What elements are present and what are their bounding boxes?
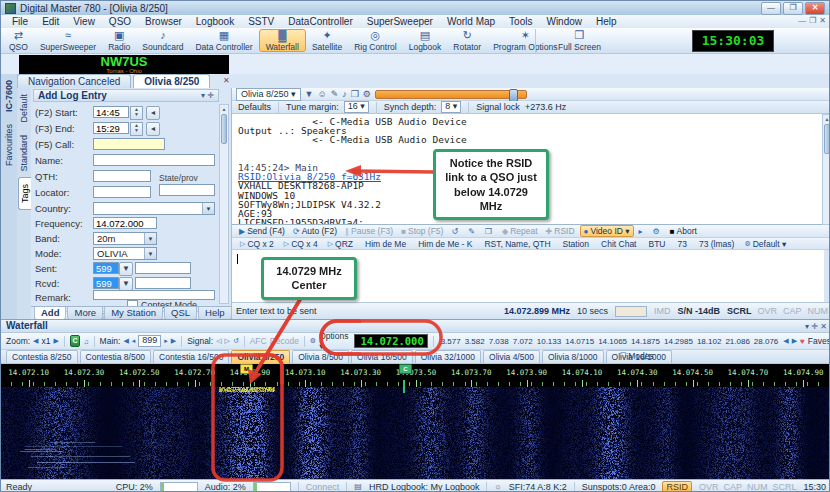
menu-item[interactable]: SSTV <box>241 16 281 27</box>
tx-toolbar-button[interactable]: ■ Abort <box>667 226 700 236</box>
mode-tab[interactable]: Olivia 8/1000 <box>542 350 604 363</box>
document-tab[interactable]: Olivia 8/250 <box>133 74 210 88</box>
pin-icon[interactable]: ▾ ✛ <box>201 90 214 102</box>
mode-tab[interactable]: Contestia 8/500 <box>80 350 152 363</box>
preset-frequency-button[interactable]: 21.086 <box>723 337 751 346</box>
tx-toolbar-button[interactable]: ✚ RSID <box>543 226 578 236</box>
sent-extra-input[interactable] <box>135 262 191 274</box>
menu-item[interactable]: Help <box>589 16 624 27</box>
center-marker[interactable]: C <box>399 364 412 374</box>
macro-button[interactable]: ▷ CQ x 4 <box>280 239 322 249</box>
frequency-input[interactable] <box>93 217 157 229</box>
pin-icon[interactable]: ✛ <box>811 322 818 331</box>
end-spinner[interactable]: ▲▼ <box>130 122 143 136</box>
macro-button[interactable]: BTU <box>642 239 669 249</box>
toolbar-button[interactable]: ▣ Radio <box>102 29 136 52</box>
main-frequency-value[interactable]: 899 <box>138 335 161 347</box>
macro-button[interactable]: Chit Chat <box>595 239 640 249</box>
toolbar-button[interactable]: ↻ Rotator <box>447 29 487 52</box>
tab-close-icon[interactable]: ✕ <box>223 76 230 85</box>
close-button[interactable]: ✕ <box>805 2 825 15</box>
macro-button[interactable]: ▷ QRZ <box>324 239 357 249</box>
preset-frequency-button[interactable]: 7.038 <box>487 337 511 346</box>
sent-dropdown-arrow[interactable]: ▼ <box>119 262 133 276</box>
mode-tab[interactable]: Contestia 16/500 <box>153 350 229 363</box>
toolbar-button[interactable]: ♪ Soundcard <box>136 29 189 52</box>
main-left-fast-icon[interactable]: ◀ <box>123 337 128 345</box>
logbook-status[interactable]: HRD Logbook: My Logbook <box>369 482 480 492</box>
tx-toolbar-button[interactable]: ■ Stop (F5) <box>398 226 446 236</box>
tune-margin-value[interactable]: 16 ▾ <box>344 101 369 113</box>
rcvd-extra-input[interactable] <box>135 277 191 289</box>
toolbar-button[interactable]: ⇄ QSO <box>3 29 34 52</box>
mode-dropdown[interactable]: OLIVIA▼ <box>93 247 157 260</box>
tx-toolbar-button[interactable]: ⚙ <box>650 227 665 236</box>
name-input[interactable] <box>93 154 215 166</box>
menu-item[interactable]: World Map <box>440 16 502 27</box>
toolbar-button[interactable]: ▤ Logbook <box>403 29 448 52</box>
preset-frequency-button[interactable]: 14.1875 <box>629 337 662 346</box>
macro-button[interactable]: RST, Name, QTH <box>478 239 554 249</box>
main-left-icon[interactable]: ◂ <box>132 337 136 345</box>
mode-tab[interactable]: Olivia 4/500 <box>483 350 540 363</box>
side-tab[interactable]: IC-7600 <box>3 74 15 118</box>
mode-tab[interactable]: Olivia 32/1000 <box>415 350 481 363</box>
tx-toolbar-button[interactable]: ↺ <box>448 227 463 236</box>
waterfall-display[interactable] <box>1 387 830 480</box>
minimize-button[interactable]: — <box>761 2 781 15</box>
menu-item[interactable]: Browser <box>138 16 189 27</box>
menu-item[interactable]: View <box>66 16 102 27</box>
rcvd-rst-value[interactable]: 599 <box>93 277 119 289</box>
band-dropdown[interactable]: 20m▼ <box>93 232 157 245</box>
preset-frequency-button[interactable]: 7.072 <box>511 337 535 346</box>
user-icon[interactable]: ☺ <box>317 89 326 99</box>
side-tab[interactable]: Standard <box>18 129 30 178</box>
start-spinner[interactable]: ▲▼ <box>130 106 143 120</box>
menu-item[interactable]: DataController <box>281 16 359 27</box>
eraser-icon[interactable]: ✎ <box>331 89 339 99</box>
end-now-button[interactable]: ◂ <box>146 122 160 136</box>
side-tab[interactable]: Favourites <box>3 118 15 172</box>
toolbar-button[interactable]: ◎ Rig Control <box>348 29 403 52</box>
speaker-icon[interactable]: ♫ <box>83 338 88 345</box>
panel-menu-icon[interactable]: ▾ <box>805 322 809 331</box>
macro-button[interactable]: ▷ CQ x 2 <box>236 239 278 249</box>
save-icon[interactable]: ▼ <box>305 89 314 99</box>
state-input[interactable] <box>159 184 215 196</box>
side-tab[interactable]: Default <box>18 88 30 129</box>
sent-rst-value[interactable]: 599 <box>93 262 119 274</box>
presets-next-icon[interactable]: ▶ <box>792 337 797 345</box>
toolbar-button[interactable]: ✦ Satellite <box>306 29 348 52</box>
menu-item[interactable]: Edit <box>35 16 66 27</box>
preset-frequency-button[interactable]: 28.076 <box>752 337 780 346</box>
maximize-button[interactable]: ❐ <box>783 2 803 15</box>
defaults-button[interactable]: Defaults <box>238 102 271 112</box>
mdi-window-controls[interactable]: —❐✕ <box>798 16 826 25</box>
country-dropdown[interactable]: ▼ <box>93 202 215 215</box>
log-scrollbar[interactable]: ▲ <box>219 104 229 304</box>
menu-item[interactable]: File <box>5 16 35 27</box>
tx-toolbar-button[interactable]: ◆ Repeat <box>499 226 541 236</box>
mode-tab[interactable]: Olivia 16/500 <box>351 350 413 363</box>
presets-prev-icon[interactable]: ◀ <box>783 337 788 345</box>
center-icon[interactable]: C <box>70 335 81 347</box>
main-right-fast-icon[interactable]: ▶ <box>171 337 176 345</box>
document-tab[interactable]: Navigation Canceled <box>17 74 131 88</box>
preset-frequency-button[interactable]: 3.582 <box>463 337 487 346</box>
zoom-out-icon[interactable]: ◀ <box>33 337 38 345</box>
toolbar-button[interactable]: ▦ Data Controller <box>189 29 258 52</box>
tools-icon[interactable]: ⚙ <box>363 89 371 99</box>
preset-frequency-button[interactable]: 18.102 <box>695 337 723 346</box>
macro-button[interactable]: Him de Me - K <box>412 239 476 249</box>
alert-icon[interactable]: ♪ <box>342 89 347 99</box>
afc-toggle[interactable]: AFC <box>250 336 267 346</box>
preset-frequency-button[interactable]: 10.133 <box>535 337 563 346</box>
rsid-indicator[interactable]: RSID <box>662 481 692 492</box>
qth-input[interactable] <box>93 170 151 182</box>
side-tab[interactable]: Tags <box>18 177 31 210</box>
preset-frequency-button[interactable]: 14.2985 <box>662 337 695 346</box>
signal-reset-icon[interactable]: ↺ <box>233 337 239 345</box>
tx-toolbar-button[interactable]: ⟳ Auto (F2) <box>290 226 340 236</box>
zoom-in-icon[interactable]: ▶ <box>53 337 58 345</box>
call-input[interactable] <box>93 138 165 150</box>
